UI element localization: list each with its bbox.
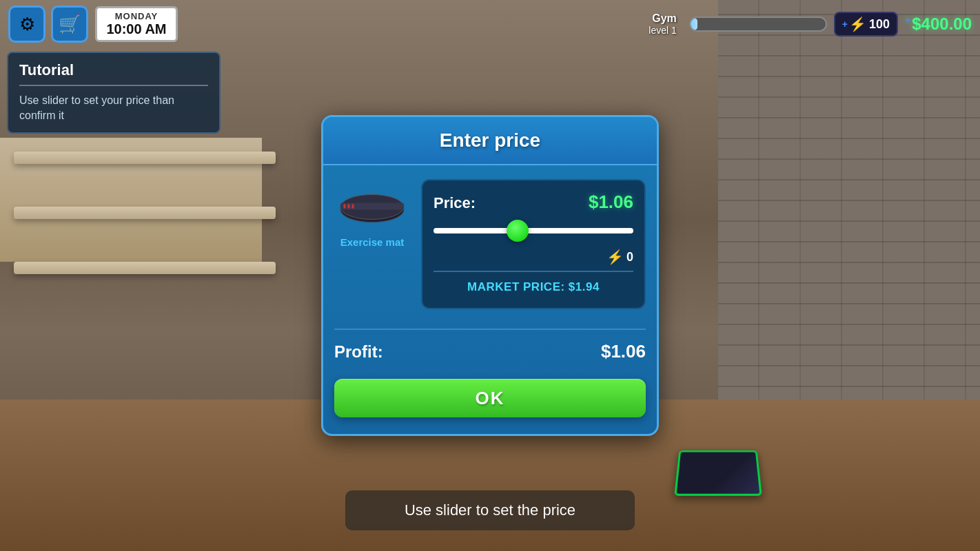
dialog-title: Enter price — [340, 129, 640, 152]
bottom-hint: Use slider to set the price — [345, 490, 635, 530]
dialog-overlay: Enter price — [0, 0, 980, 551]
market-price-text: MARKET PRICE: $1.94 — [467, 280, 600, 293]
divider — [433, 271, 633, 272]
slider-thumb[interactable] — [507, 220, 529, 242]
price-panel: Price: $1.06 ⚡ 0 MARKET PRICE: $1.94 — [421, 179, 646, 309]
profit-section: Profit: $1.06 — [323, 329, 657, 368]
price-label: Price: — [433, 194, 476, 212]
price-value: $1.06 — [589, 191, 633, 213]
profit-divider — [334, 329, 646, 330]
dialog-body: Exercise mat Price: $1.06 ⚡ 0 MARK — [323, 165, 657, 323]
profit-row: Profit: $1.06 — [334, 335, 646, 368]
lightning-row-value: 0 — [626, 250, 633, 264]
price-row: Price: $1.06 — [433, 191, 633, 213]
profit-value: $1.06 — [601, 341, 646, 362]
exercise-mat-svg — [338, 186, 407, 231]
svg-rect-2 — [340, 203, 404, 210]
item-image — [338, 186, 407, 231]
market-price-row: MARKET PRICE: $1.94 — [433, 278, 633, 297]
price-slider-container[interactable] — [433, 221, 633, 240]
dialog-header: Enter price — [323, 117, 657, 165]
item-side: Exercise mat — [334, 179, 410, 309]
lightning-small-icon: ⚡ — [606, 249, 624, 265]
item-name-label: Exercise mat — [340, 236, 405, 248]
profit-label: Profit: — [334, 342, 383, 362]
price-dialog: Enter price — [321, 115, 659, 436]
slider-track — [433, 228, 633, 233]
ok-button[interactable]: OK — [334, 379, 646, 417]
ok-section: OK — [323, 379, 657, 417]
lightning-row: ⚡ 0 — [433, 249, 633, 265]
bottom-hint-text: Use slider to set the price — [405, 501, 575, 519]
